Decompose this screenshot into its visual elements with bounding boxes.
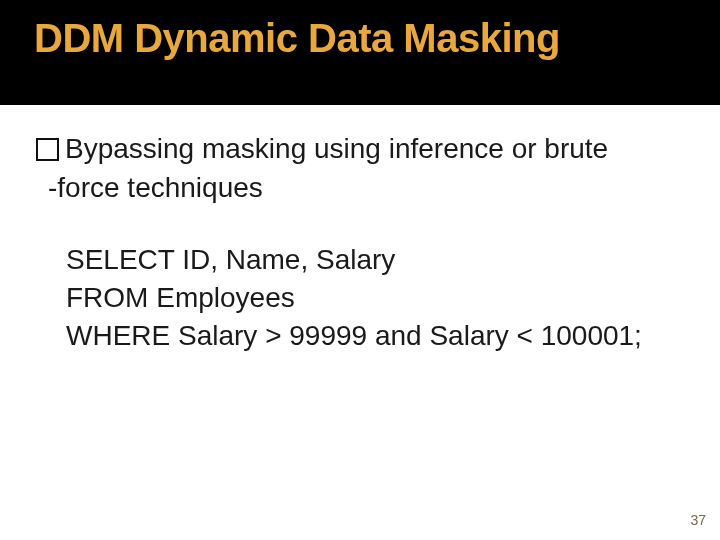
- title-bar: DDM Dynamic Data Masking: [0, 0, 720, 105]
- code-line-3: WHERE Salary > 99999 and Salary < 100001…: [66, 317, 684, 355]
- code-line-1: SELECT ID, Name, Salary: [66, 241, 684, 279]
- bullet-line-2: -force techniques: [48, 170, 684, 205]
- code-line-2: FROM Employees: [66, 279, 684, 317]
- bullet-item: Bypassing masking using inference or bru…: [36, 131, 684, 166]
- slide-title: DDM Dynamic Data Masking: [0, 0, 560, 58]
- code-block: SELECT ID, Name, Salary FROM Employees W…: [66, 241, 684, 354]
- page-number: 37: [690, 512, 706, 528]
- bullet-line-1: Bypassing masking using inference or bru…: [65, 131, 608, 166]
- square-bullet-icon: [36, 138, 59, 161]
- slide-content: Bypassing masking using inference or bru…: [0, 105, 720, 354]
